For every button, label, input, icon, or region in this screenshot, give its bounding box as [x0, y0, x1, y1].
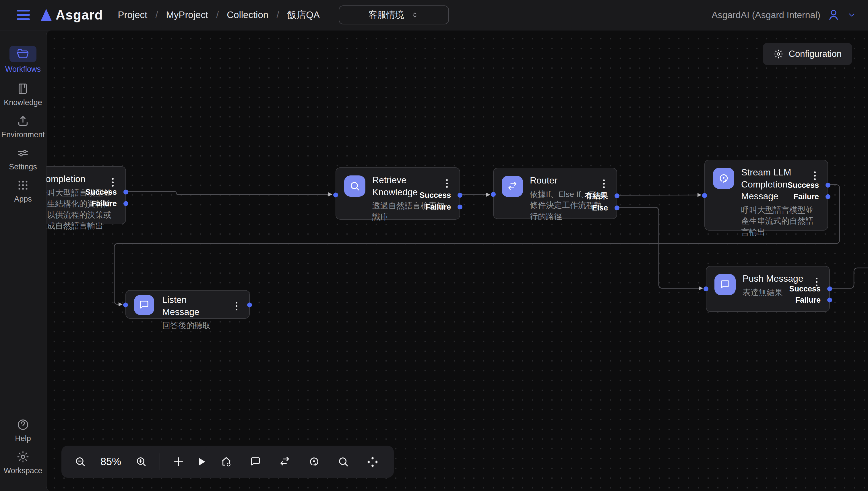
node-description: 呼叫大型語言模型並產生串流式的自然語言輸出 [741, 205, 820, 238]
workflow-node-completion[interactable]: Completion 呼叫大型語言模型並產生結構化的資料輸出以供流程的決策或生成… [46, 166, 126, 224]
output-port-success[interactable] [826, 183, 830, 188]
node-menu-button[interactable] [108, 175, 118, 189]
node-description: 回答後的聽取 [162, 320, 242, 331]
zoom-out-icon[interactable] [74, 455, 87, 468]
stream-icon[interactable] [308, 455, 320, 468]
edge-completion.Success-to-retrieve-knowledge.input[interactable] [126, 192, 332, 194]
output-port-else[interactable] [615, 206, 620, 210]
top-navbar: Asgard Project / MyProject / Collection … [0, 0, 868, 30]
port-label-failure: Failure [91, 199, 117, 208]
workflow-node-retrieve-knowledge[interactable]: Retrieve Knowledge 透過自然語言檢索知識庫 Success F… [335, 167, 460, 220]
account-name: AsgardAI (Asgard Internal) [712, 10, 820, 20]
zoom-level: 85% [97, 456, 125, 468]
workflow-node-router[interactable]: Router 依據If、Else If、Else條件決定工作流程執行的路徑 有結… [493, 168, 617, 219]
workflow-node-listen-message[interactable]: Listen Message 回答後的聽取 [125, 290, 250, 319]
node-title: Router [530, 175, 609, 186]
add-node-button[interactable] [172, 455, 185, 468]
user-avatar-icon[interactable] [827, 8, 840, 22]
output-port-failure[interactable] [826, 194, 830, 199]
sidebar-item-label: Environment [1, 131, 45, 139]
sidebar-item-label: Apps [14, 195, 32, 204]
search-icon[interactable] [337, 455, 350, 468]
input-port[interactable] [704, 287, 709, 291]
asgard-workflow-editor: Asgard Project / MyProject / Collection … [0, 0, 868, 491]
select-updown-icon [411, 11, 419, 19]
breadcrumb-myproject[interactable]: MyProject [166, 9, 208, 20]
workflow-node-stream-llm[interactable]: Stream LLM Completion Message 呼叫大型語言模型並產… [705, 160, 828, 231]
output-port-success[interactable] [827, 287, 832, 291]
help-icon [17, 418, 30, 431]
output-port-success[interactable] [123, 190, 128, 195]
sliders-icon [17, 146, 30, 160]
environment-select[interactable]: 客服情境 [339, 5, 449, 24]
breadcrumb-separator: / [276, 9, 279, 20]
node-menu-button[interactable] [599, 177, 609, 191]
port-label-failure: Failure [425, 203, 451, 212]
output-port-failure[interactable] [827, 298, 832, 302]
hamburger-menu-icon[interactable] [17, 10, 30, 20]
brand[interactable]: Asgard [41, 7, 103, 23]
node-title: Push Message [743, 273, 822, 285]
brand-name: Asgard [56, 7, 103, 23]
port-label-success: Success [787, 181, 819, 190]
breadcrumb-separator: / [155, 9, 158, 20]
port-label-success: Success [85, 188, 117, 197]
add-home-icon[interactable] [220, 455, 233, 468]
book-icon [17, 82, 30, 95]
upload-icon [17, 114, 30, 127]
edge-push-message.Success-to-offscreen-right[interactable] [830, 268, 868, 288]
sidebar-item-label: Help [15, 434, 31, 443]
workflow-edges [47, 30, 868, 491]
workflow-canvas[interactable]: Completion 呼叫大型語言模型並產生結構化的資料輸出以供流程的決策或生成… [46, 30, 868, 491]
workflow-node-push-message[interactable]: Push Message 表達無結果 Success Failure [706, 266, 830, 312]
sidebar-item-help[interactable]: Help [0, 418, 46, 443]
router-icon[interactable] [278, 455, 291, 468]
configuration-label: Configuration [789, 49, 842, 59]
move-diamonds-icon[interactable] [366, 455, 379, 468]
output-port-result[interactable] [615, 194, 620, 198]
sidebar-item-label: Workflows [5, 65, 41, 74]
breadcrumb-workflow[interactable]: 飯店QA [287, 9, 320, 22]
configuration-button[interactable]: Configuration [763, 43, 852, 65]
sidebar-item-settings[interactable]: Settings [0, 146, 46, 171]
input-port[interactable] [702, 193, 707, 198]
left-sidebar: Workflows Knowledge Environment Settings… [0, 30, 46, 491]
sidebar-item-knowledge[interactable]: Knowledge [0, 82, 46, 107]
sidebar-item-apps[interactable]: Apps [0, 179, 46, 204]
port-label-failure: Failure [794, 192, 819, 201]
chat-bubble-icon [714, 274, 736, 295]
output-port-failure[interactable] [457, 205, 462, 210]
account-chevron-down-icon[interactable] [847, 10, 857, 20]
output-port-success[interactable] [457, 193, 462, 198]
output-port[interactable] [247, 302, 252, 308]
breadcrumb-collection[interactable]: Collection [227, 9, 268, 20]
chat-bubble-icon [134, 295, 154, 315]
zoom-toolbar: 85% [61, 445, 220, 478]
node-menu-button[interactable] [442, 177, 452, 191]
breadcrumb-project[interactable]: Project [118, 9, 147, 20]
gear-icon [773, 49, 784, 59]
port-label-result: 有結果 [585, 191, 608, 201]
node-palette-toolbar [205, 445, 394, 478]
output-port-failure[interactable] [123, 201, 128, 206]
node-menu-button[interactable] [231, 299, 242, 313]
asgard-logo-icon [41, 9, 52, 21]
port-label-success: Success [419, 191, 451, 200]
search-icon [344, 175, 365, 197]
port-label-else: Else [592, 204, 608, 212]
message-icon[interactable] [249, 455, 262, 468]
zoom-in-icon[interactable] [135, 455, 148, 468]
input-port[interactable] [333, 193, 338, 198]
sidebar-item-environment[interactable]: Environment [0, 114, 46, 139]
stream-broadcast-icon [713, 168, 734, 189]
folder-icon [9, 46, 36, 62]
sidebar-item-workspace[interactable]: Workspace [0, 450, 46, 475]
gear-icon [17, 450, 30, 463]
input-port[interactable] [123, 302, 128, 308]
sidebar-item-workflows[interactable]: Workflows [0, 46, 46, 74]
breadcrumb-separator: / [216, 9, 219, 20]
input-port[interactable] [491, 192, 496, 197]
edge-router.Else-to-push-message.input[interactable] [618, 207, 702, 288]
port-label-success: Success [789, 285, 820, 293]
edge-router.有結果-to-stream-llm.input[interactable] [618, 195, 701, 195]
